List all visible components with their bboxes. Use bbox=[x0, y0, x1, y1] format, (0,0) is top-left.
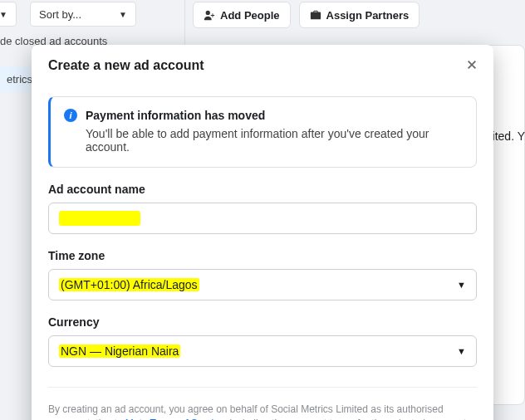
ad-account-name-label: Ad account name bbox=[48, 183, 477, 196]
legal-text: By creating an ad account, you agree on … bbox=[48, 387, 477, 420]
chevron-down-icon: ▼ bbox=[457, 346, 466, 356]
currency-select[interactable]: NGN — Nigerian Naira ▼ bbox=[48, 335, 477, 367]
modal-title: Create a new ad account bbox=[48, 58, 477, 73]
time-zone-label: Time zone bbox=[48, 249, 477, 262]
info-icon: i bbox=[64, 109, 77, 122]
info-box: i Payment information has moved You'll b… bbox=[48, 96, 477, 168]
redacted-name-value bbox=[59, 211, 140, 226]
chevron-down-icon: ▼ bbox=[457, 280, 466, 290]
info-body: You'll be able to add payment informatio… bbox=[86, 127, 463, 154]
info-title: Payment information has moved bbox=[86, 109, 265, 122]
ad-account-name-input[interactable] bbox=[48, 203, 477, 234]
modal-overlay: Create a new ad account i Payment inform… bbox=[0, 0, 525, 420]
close-button[interactable] bbox=[464, 56, 480, 73]
time-zone-select[interactable]: (GMT+01:00) Africa/Lagos ▼ bbox=[48, 269, 477, 300]
currency-value: NGN — Nigerian Naira bbox=[59, 344, 180, 358]
time-zone-value: (GMT+01:00) Africa/Lagos bbox=[59, 278, 199, 291]
create-ad-account-modal: Create a new ad account i Payment inform… bbox=[32, 45, 493, 420]
close-icon bbox=[466, 59, 478, 71]
currency-label: Currency bbox=[48, 315, 477, 329]
